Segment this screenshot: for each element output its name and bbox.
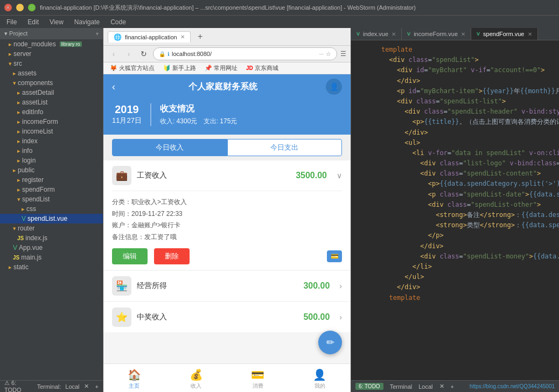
menu-icon[interactable]: ☰	[340, 50, 346, 58]
transaction-name-1: 工资收入	[137, 171, 290, 180]
maximize-button[interactable]: □	[28, 4, 36, 11]
add-status[interactable]: +	[451, 383, 454, 390]
terminal-status[interactable]: Terminal	[390, 383, 413, 390]
tree-server[interactable]: ▸ server	[0, 49, 103, 59]
section-title: 收支情况	[160, 103, 237, 115]
tab-close[interactable]: ✕	[392, 31, 396, 37]
app-avatar[interactable]: 👤	[326, 79, 342, 95]
tab-close[interactable]: ✕	[528, 31, 532, 37]
bookmark-jd[interactable]: JD 京东商城	[244, 64, 281, 73]
tree-src[interactable]: ▾ src	[0, 59, 103, 68]
tree-main-js[interactable]: JS main.js	[0, 253, 103, 262]
expand-icon-3: ›	[339, 313, 342, 321]
code-line: <p>{{title}}。（点击上图可查询各消费分类的记录）	[351, 117, 559, 127]
tree-index[interactable]: ▸ index	[0, 136, 103, 146]
delete-button[interactable]: 删除	[154, 248, 190, 264]
local-label[interactable]: Local	[65, 383, 79, 390]
browser-panel: 🌐 financial-application ✕ + ‹ › ↻ 🔒 ℹ lo…	[103, 28, 351, 392]
add-terminal[interactable]: +	[95, 383, 99, 390]
transaction-amount-2: 300.00	[303, 281, 330, 291]
tree-router-index[interactable]: JS index.js	[0, 233, 103, 243]
tree-incomelist[interactable]: ▸ incomeList	[0, 127, 103, 136]
tree-editinfo[interactable]: ▸ editInfo	[0, 107, 103, 117]
local-close[interactable]: ✕	[84, 383, 89, 390]
minimize-button[interactable]: ─	[16, 4, 24, 11]
nav-income[interactable]: 💰 收入	[165, 367, 227, 391]
address-text: localhost:8080/	[172, 51, 317, 57]
tab-close-button[interactable]: ✕	[180, 34, 185, 40]
code-line: <div class="spendList-other">	[351, 200, 559, 210]
info-icon: ℹ	[167, 51, 170, 57]
folder-icon: ▾	[17, 196, 20, 203]
tree-node-modules[interactable]: ▸ node_modules library ro	[0, 39, 103, 49]
tab-income[interactable]: 今日收入	[112, 139, 227, 156]
status-left: 6: TODO Terminal Local ✕ +	[355, 383, 454, 390]
app-back-button[interactable]: ‹	[112, 81, 115, 93]
bookmark-icon[interactable]: ☆	[326, 51, 331, 58]
tree-components[interactable]: ▾ components	[0, 78, 103, 88]
todo-label[interactable]: ⚠ 6: TODO	[4, 380, 33, 392]
vue-badge: V	[357, 31, 360, 37]
nav-profile-label: 我的	[315, 382, 325, 390]
nav-profile[interactable]: 👤 我的	[289, 367, 351, 391]
transaction-item-2[interactable]: 🏪 经营所得 300.00 ›	[103, 271, 351, 301]
local-status[interactable]: Local	[418, 383, 432, 390]
tree-spendlist-vue[interactable]: V spendList.vue	[0, 214, 103, 223]
app-title: 个人家庭财务系统	[120, 81, 326, 93]
code-line: <p id="myBchart-item">{{year}}年{{month}}…	[351, 86, 559, 96]
transaction-icon-1: 💼	[112, 166, 131, 185]
editor-tab-incomeform[interactable]: V incomeForm.vue ✕	[402, 28, 471, 40]
bookmark-firefox[interactable]: 🦊 火狐官方站点	[108, 64, 157, 73]
back-nav-button[interactable]: ‹	[108, 48, 120, 60]
menu-file[interactable]: File	[4, 17, 19, 27]
detail-account: 账户：金融账户>银行卡	[112, 220, 342, 232]
editor-tab-index[interactable]: V index.vue ✕	[351, 28, 402, 40]
tree-assets[interactable]: ▸ assets	[0, 68, 103, 78]
tree-spendlist[interactable]: ▾ spendList	[0, 194, 103, 204]
code-editor: template <div class="spendList"> <div id…	[351, 40, 559, 380]
refresh-nav-button[interactable]: ↻	[138, 48, 150, 60]
fab-button[interactable]: ✏	[318, 331, 342, 354]
bottom-bar: ⚠ 6: TODO Terminal: Local ✕ +	[0, 380, 103, 392]
tree-login[interactable]: ▸ login	[0, 156, 103, 165]
transaction-item-3[interactable]: ⭐ 中奖收入 500.00 ›	[103, 302, 351, 332]
close-status[interactable]: ✕	[439, 383, 444, 390]
address-input[interactable]: 🔒 ℹ localhost:8080/ ··· ☆	[153, 47, 337, 60]
tree-css[interactable]: ▸ css	[0, 204, 103, 214]
edit-button[interactable]: 编辑	[112, 248, 148, 264]
folder-icon: ▸	[17, 128, 20, 135]
menu-view[interactable]: View	[47, 17, 66, 27]
project-header[interactable]: ▾ Project ▾	[0, 28, 103, 39]
nav-spend[interactable]: 💳 消费	[227, 367, 289, 391]
tree-info[interactable]: ▸ info	[0, 146, 103, 156]
browser-tab[interactable]: 🌐 financial-application ✕	[108, 31, 191, 43]
todo-badge[interactable]: 6: TODO	[355, 383, 383, 390]
bookmark-beginner[interactable]: 🔰 新手上路	[161, 64, 198, 73]
folder-icon: ▸	[17, 138, 20, 145]
bookmark-common[interactable]: 📌 常用网址	[202, 64, 240, 73]
new-tab-button[interactable]: +	[194, 30, 207, 43]
tab-favicon: 🌐	[114, 33, 122, 41]
nav-spend-label: 消费	[253, 382, 263, 390]
transaction-item-1[interactable]: 💼 工资收入 3500.00 ∨ 分类：职业收入>工资收入 时间：2019-11…	[103, 160, 351, 270]
nav-home[interactable]: 🏠 主页	[103, 367, 165, 391]
menu-navigate[interactable]: Navigate	[72, 17, 102, 27]
tree-assetdetail[interactable]: ▸ assetDetail	[0, 88, 103, 97]
tree-router[interactable]: ▾ router	[0, 223, 103, 233]
tree-assetlist[interactable]: ▸ assetList	[0, 97, 103, 107]
menu-edit[interactable]: Edit	[25, 17, 41, 27]
tree-incomeform[interactable]: ▸ incomeForm	[0, 117, 103, 127]
tree-app-vue[interactable]: V App.vue	[0, 243, 103, 253]
tree-register[interactable]: ▸ register	[0, 175, 103, 185]
tab-spend[interactable]: 今日支出	[227, 139, 343, 156]
menu-code[interactable]: Code	[108, 17, 128, 27]
folder-icon: ▾	[9, 60, 12, 67]
tree-spendform[interactable]: ▸ spendForm	[0, 185, 103, 194]
forward-nav-button[interactable]: ›	[123, 48, 135, 60]
editor-tab-spendform[interactable]: V spendForm.vue ✕	[471, 28, 537, 40]
close-button[interactable]: ✕	[4, 4, 12, 11]
tab-close[interactable]: ✕	[461, 31, 465, 37]
tree-public[interactable]: ▸ public	[0, 165, 103, 175]
terminal-label[interactable]: Terminal:	[37, 383, 61, 390]
tree-static[interactable]: ▸ static	[0, 262, 103, 272]
